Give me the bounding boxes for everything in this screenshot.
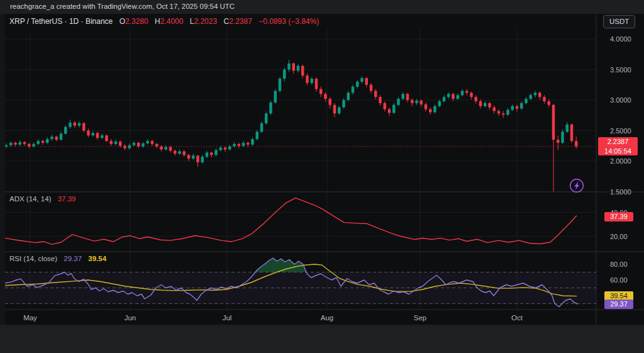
month-label-may: May (23, 314, 37, 322)
last-price-badge: 2.2387 14:05:54 (598, 137, 638, 155)
bar-countdown: 14:05:54 (598, 147, 638, 156)
price-tick-label: 2.0000 (610, 157, 631, 165)
month-label-oct: Oct (511, 314, 523, 322)
adx-legend: ADX (14, 14) 37.39 (9, 195, 75, 203)
footer-bar: TradingView (0, 325, 644, 353)
change-value: −0.0893 (−3.84%) (258, 17, 319, 26)
price-tick-label: 3.5000 (610, 66, 631, 74)
tradingview-chart-page: reachgrace_a created with TradingView.co… (0, 0, 644, 353)
adx-value: 37.39 (58, 195, 76, 203)
price-tick-label: 3.0000 (610, 96, 631, 104)
symbol-legend: XRP / TetherUS · 1D · Binance O2.3280 H2… (9, 17, 319, 26)
attribution-text: reachgrace_a created with TradingView.co… (10, 3, 235, 10)
price-tick-label: 2.5000 (610, 127, 631, 135)
open-label: O (119, 17, 125, 26)
currency-toggle-button[interactable]: USDT (603, 15, 635, 28)
adx-title[interactable]: ADX (14, 14) (9, 195, 51, 203)
open-value: 2.3280 (125, 17, 148, 26)
symbol-title[interactable]: XRP / TetherUS · 1D · Binance (9, 17, 113, 26)
close-value: 2.2387 (229, 17, 252, 26)
low-value: 2.2023 (194, 17, 217, 26)
high-value: 2.4000 (160, 17, 184, 26)
adx-line (5, 198, 577, 245)
rsi-value: 29.37 (64, 255, 82, 262)
last-price-value: 2.2387 (598, 137, 638, 147)
rsi-title[interactable]: RSI (14, close) (9, 255, 57, 262)
candlestick-series (5, 60, 578, 192)
price-tick-label: 1.5000 (610, 188, 631, 196)
adx-tick-label: 20.00 (610, 233, 628, 240)
rsi-tick-label: 60.00 (610, 276, 628, 284)
left-margin (0, 14, 5, 325)
boost-button[interactable] (569, 178, 584, 193)
month-label-sep: Sep (414, 314, 426, 322)
rsi-legend: RSI (14, close) 29.37 39.54 (9, 255, 106, 262)
rsi-ma-value: 39.54 (88, 255, 106, 262)
chart-canvas[interactable] (0, 0, 644, 353)
price-tick-label: 4.0000 (610, 35, 631, 43)
month-label-jun: Jun (125, 314, 136, 322)
lightning-icon (569, 178, 584, 193)
rsi-tick-label: 80.00 (610, 261, 628, 268)
high-label: H (155, 17, 160, 26)
close-label: C (223, 17, 229, 26)
rsi-axis-badge: 29.37 (604, 300, 633, 309)
adx-axis-badge: 37.39 (604, 212, 633, 221)
attribution-bar: reachgrace_a created with TradingView.co… (0, 0, 644, 14)
month-label-aug: Aug (321, 314, 333, 322)
month-label-jul: Jul (223, 314, 232, 322)
